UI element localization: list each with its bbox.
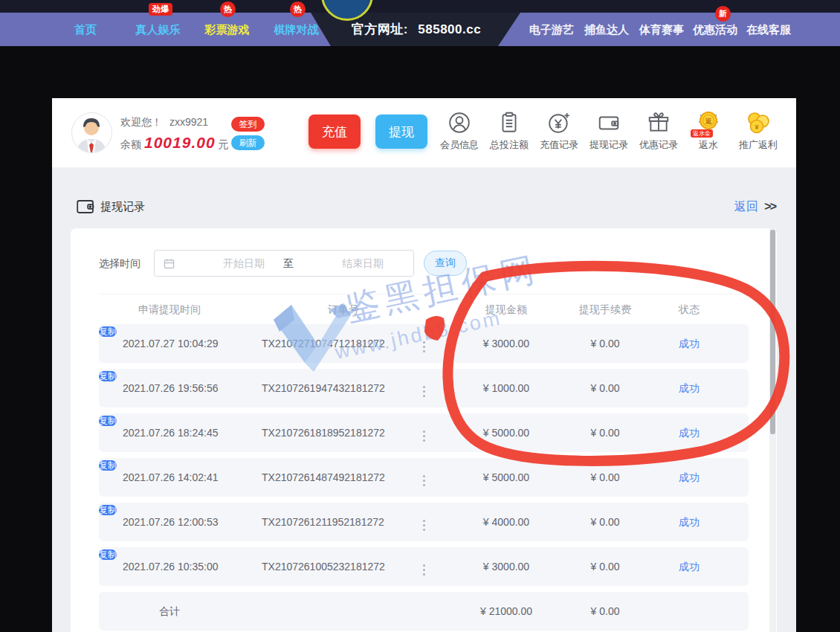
shortcut-label: 总投注额: [485, 138, 533, 152]
nav-live-casino[interactable]: 真人娱乐: [130, 13, 186, 46]
status-link[interactable]: 成功: [667, 427, 711, 440]
copy-button[interactable]: 复制: [99, 326, 117, 337]
status-link[interactable]: 成功: [667, 382, 711, 396]
recharge-button[interactable]: 充值: [308, 115, 361, 149]
cell-order: TX2107261818952181272: [262, 427, 385, 439]
copy-button[interactable]: 复制: [99, 505, 117, 515]
back-arrows-icon: >>: [764, 200, 775, 213]
search-button[interactable]: 查询: [424, 251, 467, 276]
shortcut-rebate[interactable]: 返 返水金 返水: [685, 109, 732, 152]
cell-time: 2021.07.26 12:00:53: [123, 516, 218, 528]
nav-home[interactable]: 首页: [71, 13, 100, 46]
status-link[interactable]: 成功: [667, 338, 711, 351]
cell-amount: ¥ 5000.00: [462, 427, 551, 439]
table-row: 2021.07.26 12:00:53 TX210726121195218127…: [99, 503, 749, 541]
status-link[interactable]: 成功: [667, 561, 711, 574]
shortcut-recharge-records[interactable]: 充值记录: [535, 109, 583, 152]
balance-currency: 元: [219, 138, 229, 150]
table-row: 2021.07.26 10:35:00 TX210726100523218127…: [99, 547, 749, 586]
nav-lottery[interactable]: 彩票游戏: [199, 13, 255, 46]
col-header-time: 申请提现时间: [117, 303, 222, 317]
welcome-text: 欢迎您！zxx9921: [120, 116, 208, 129]
hot-badge-board: 热: [290, 1, 306, 17]
end-date-placeholder[interactable]: 结束日期: [318, 251, 407, 276]
hot-badge-live: 劲爆: [149, 3, 172, 16]
top-strip: [0, 0, 840, 13]
date-separator: 至: [274, 251, 303, 276]
nav-slots[interactable]: 电子游艺: [529, 13, 574, 46]
cell-amount: ¥ 3000.00: [462, 338, 551, 349]
shortcut-label: 推广返利: [734, 138, 782, 152]
scrollbar-thumb[interactable]: [770, 230, 775, 434]
shortcut-withdraw-records[interactable]: 提现记录: [585, 109, 633, 152]
refresh-button[interactable]: 刷新: [231, 135, 265, 150]
date-range-input[interactable]: 开始日期 至 结束日期: [154, 250, 414, 277]
status-link[interactable]: 成功: [667, 516, 711, 529]
shortcut-referral[interactable]: ¥ 推广返利: [734, 109, 782, 152]
coins-icon: ¥: [746, 110, 771, 135]
svg-text:返: 返: [705, 117, 713, 125]
page: 首页 真人娱乐 彩票游戏 棋牌对战 官方网址: 585800.cc 电子游艺 捕…: [0, 0, 840, 632]
balance-value: 10019.00: [144, 134, 216, 151]
table-body: 2021.07.27 10:04:29 TX210727107471218127…: [99, 324, 749, 632]
cell-order: TX2107271074712181272: [262, 338, 385, 349]
copy-button[interactable]: 复制: [99, 371, 117, 381]
table-header: 申请提现时间 订单号 提现金额 提现手续费 状态: [99, 294, 749, 323]
cell-order: TX2107261487492181272: [262, 471, 385, 483]
username: zxx9921: [169, 116, 208, 128]
cell-amount: ¥ 3000.00: [462, 561, 551, 573]
shortcut-total-bets[interactable]: 总投注额: [485, 109, 533, 152]
cell-time: 2021.07.27 10:04:29: [123, 338, 218, 349]
shortcut-label: 会员信息: [436, 138, 483, 152]
back-text: 返回: [734, 200, 758, 213]
nav-service[interactable]: 在线客服: [746, 13, 791, 46]
col-header-amount: 提现金额: [462, 303, 551, 317]
col-header-status: 状态: [667, 303, 711, 317]
filter-label: 选择时间: [99, 257, 140, 271]
shortcut-promo-records[interactable]: 优惠记录: [635, 109, 682, 152]
copy-button[interactable]: 复制: [99, 460, 117, 471]
member-icon: [448, 111, 471, 135]
total-label: 合计: [140, 605, 199, 619]
cell-fee: ¥ 0.00: [560, 427, 650, 439]
new-badge-promo: 新: [715, 6, 731, 22]
col-header-order: 订单号: [291, 303, 395, 317]
cell-time: 2021.07.26 14:02:41: [123, 471, 218, 483]
section-title: 提现记录: [77, 199, 145, 214]
balance-row: 余额10019.00元: [120, 134, 229, 152]
official-site-url: 585800.cc: [418, 22, 481, 36]
nav-board-games[interactable]: 棋牌对战: [268, 13, 324, 46]
scrollbar-track[interactable]: [769, 228, 776, 632]
table-row: 2021.07.27 10:04:29 TX210727107471218127…: [99, 324, 749, 363]
table-row: 2021.07.26 19:56:56 TX210726194743218127…: [99, 369, 749, 407]
status-link[interactable]: 成功: [667, 471, 711, 485]
total-row: 合计¥ 21000.00¥ 0.00: [99, 592, 749, 631]
table-row: 2021.07.26 18:24:45 TX210726181895218127…: [99, 413, 749, 452]
nav-sports[interactable]: 体育赛事: [639, 13, 684, 46]
calendar-icon: [164, 258, 175, 269]
cell-amount: ¥ 5000.00: [462, 471, 551, 483]
total-fee: ¥ 0.00: [560, 605, 650, 617]
avatar[interactable]: [71, 112, 112, 153]
main-panel: 欢迎您！zxx9921 余额10019.00元 签到 刷新 充值 提现 会员信息…: [52, 98, 796, 632]
yuan-plus-icon: [547, 111, 571, 135]
withdraw-button[interactable]: 提现: [375, 115, 427, 149]
shortcut-member-info[interactable]: 会员信息: [436, 109, 483, 152]
avatar-icon: [72, 113, 112, 152]
copy-button[interactable]: 复制: [99, 549, 117, 560]
cell-order: TX2107261005232181272: [262, 561, 385, 573]
back-link[interactable]: 返回 >>: [734, 199, 775, 215]
balance-label: 余额: [120, 138, 141, 150]
nav-promotions[interactable]: 优惠活动: [693, 13, 737, 46]
signin-button[interactable]: 签到: [231, 117, 265, 132]
records-card: 选择时间 开始日期 至 结束日期 查询 申请提现时间 订单号 提现金额 提现手续…: [71, 228, 777, 632]
gift-icon: [647, 111, 671, 135]
total-amount: ¥ 21000.00: [462, 605, 551, 617]
nav-fishing[interactable]: 捕鱼达人: [584, 13, 629, 46]
cell-fee: ¥ 0.00: [560, 561, 650, 573]
cell-time: 2021.07.26 18:24:45: [123, 427, 218, 439]
shortcut-label: 充值记录: [535, 138, 583, 152]
cell-fee: ¥ 0.00: [560, 382, 650, 394]
copy-button[interactable]: 复制: [99, 416, 117, 426]
clipboard-icon: [497, 111, 521, 135]
